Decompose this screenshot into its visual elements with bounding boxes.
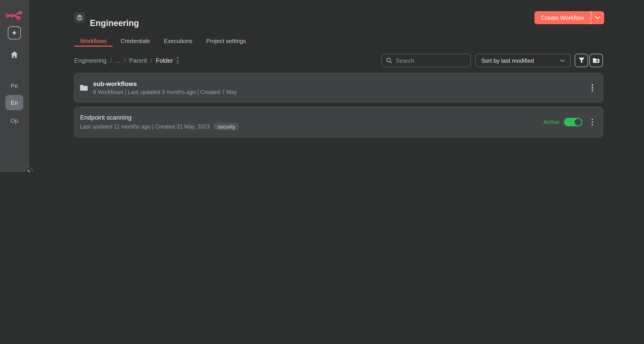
- workflow-name[interactable]: Endpoint scanning: [80, 114, 544, 121]
- search-field: [382, 54, 471, 67]
- sort-selected-value: Sort by last modified: [481, 57, 560, 64]
- main-content: Engineering Create Workflow Workflows Cr…: [28, 0, 644, 172]
- tab-credentials[interactable]: Credentials: [115, 35, 156, 47]
- breadcrumb-item-ellipsis[interactable]: ...: [116, 57, 120, 64]
- create-workflow-button[interactable]: Create Workflow: [534, 11, 604, 24]
- folder-name[interactable]: sub-workflows: [93, 80, 590, 87]
- workflow-card-actions: Active: [544, 118, 594, 126]
- project-icon: [74, 12, 85, 23]
- app-window: + Pe En Op x ? RV: [0, 0, 644, 172]
- folder-icon: [80, 84, 88, 91]
- sidebar-item-project-en[interactable]: En: [5, 95, 23, 110]
- folder-card-menu-button[interactable]: [590, 84, 594, 92]
- search-input[interactable]: [382, 54, 471, 67]
- filter-icon: [578, 57, 585, 64]
- toggle-knob: [574, 119, 581, 125]
- layers-icon: [76, 14, 83, 21]
- breadcrumb-separator: /: [124, 57, 126, 64]
- breadcrumb-item-folder-current: Folder: [156, 57, 173, 64]
- folder-menu-button[interactable]: [176, 56, 179, 65]
- workflow-card-menu-button[interactable]: [590, 118, 594, 126]
- create-workflow-label[interactable]: Create Workflow: [534, 11, 591, 24]
- workflow-meta-text: Last updated 11 months ago | Created 31 …: [80, 123, 210, 130]
- home-icon[interactable]: [10, 51, 18, 58]
- workflow-card-text: Endpoint scanning Last updated 11 months…: [80, 114, 544, 130]
- chevron-right-icon: [27, 169, 30, 172]
- breadcrumb-item-parent[interactable]: Parent: [129, 57, 147, 64]
- plus-icon: +: [12, 29, 16, 37]
- new-folder-button[interactable]: [589, 54, 603, 67]
- sort-dropdown[interactable]: Sort by last modified: [476, 54, 571, 67]
- active-toggle[interactable]: [564, 118, 582, 126]
- workflow-card[interactable]: Endpoint scanning Last updated 11 months…: [74, 107, 603, 137]
- tab-bar: Workflows Credentials Executions Project…: [74, 35, 254, 47]
- sidebar-item-project-op[interactable]: Op: [10, 117, 18, 124]
- page-title: Engineering: [90, 18, 139, 28]
- folder-plus-icon: [592, 57, 600, 64]
- sidebar: + Pe En Op x ? RV: [0, 0, 29, 172]
- n8n-logo[interactable]: [6, 10, 23, 20]
- folder-card[interactable]: sub-workflows 8 Workflows | Last updated…: [74, 73, 603, 103]
- folder-meta-text: 8 Workflows | Last updated 3 months ago …: [93, 89, 237, 95]
- workflow-tag[interactable]: security: [214, 123, 239, 130]
- chevron-down-icon: [595, 16, 600, 19]
- tab-workflows[interactable]: Workflows: [74, 35, 112, 47]
- create-workflow-dropdown[interactable]: [591, 11, 604, 24]
- folder-card-actions: [590, 84, 594, 92]
- workflow-meta: Last updated 11 months ago | Created 31 …: [80, 123, 544, 130]
- filter-button[interactable]: [575, 54, 588, 67]
- search-icon: [386, 57, 392, 64]
- breadcrumb-separator: /: [150, 57, 152, 64]
- breadcrumb: Engineering / ... / Parent / Folder: [74, 54, 179, 67]
- tab-project-settings[interactable]: Project settings: [200, 35, 252, 47]
- chevron-down-icon: [560, 59, 565, 62]
- n8n-logo-icon: [6, 10, 23, 20]
- folder-card-text: sub-workflows 8 Workflows | Last updated…: [93, 80, 590, 95]
- add-button[interactable]: +: [8, 27, 21, 39]
- breadcrumb-separator: /: [110, 57, 112, 64]
- breadcrumb-item-engineering[interactable]: Engineering: [74, 57, 106, 64]
- sidebar-item-project-pe[interactable]: Pe: [11, 82, 18, 89]
- folder-meta: 8 Workflows | Last updated 3 months ago …: [93, 89, 590, 95]
- tab-executions[interactable]: Executions: [158, 35, 198, 47]
- status-label: Active: [544, 119, 559, 125]
